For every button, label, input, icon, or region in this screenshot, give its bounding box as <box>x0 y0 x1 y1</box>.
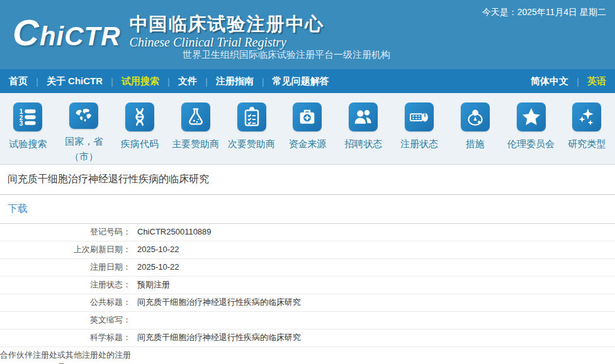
tool-registration-status[interactable]: 注册状态 <box>392 102 448 164</box>
nav-separator <box>262 76 264 87</box>
field-label: 公共标题： <box>0 297 131 309</box>
current-date: 今天是：2025年11月4日 星期二 <box>482 7 606 18</box>
field-label: 注册日期： <box>0 262 131 273</box>
world-map-icon <box>69 102 98 129</box>
field-value: 预期注册 <box>137 279 170 291</box>
tool-ethics-committee[interactable]: 伦理委员会 <box>503 102 559 164</box>
field-value: ChiCTR2500110889 <box>137 226 212 238</box>
field-value: 2025-10-22 <box>137 244 179 256</box>
keyboard-mouse-icon <box>405 102 434 131</box>
flask-icon <box>181 102 210 131</box>
chictr-logo: ChiCTR <box>13 13 121 57</box>
download-link[interactable]: 下载 <box>8 203 28 214</box>
field-label: 合作伙伴注册处或其他注册处的注册号： <box>0 350 131 364</box>
nav-separator <box>36 76 38 87</box>
tool-label: 次要赞助商 <box>227 136 276 152</box>
tool-disease-code[interactable]: 疾病代码 <box>112 102 168 164</box>
medical-bag-icon <box>293 102 322 131</box>
svg-text:3: 3 <box>20 120 23 127</box>
tool-primary-sponsor[interactable]: 主要赞助商 <box>167 102 223 164</box>
nav-item-documents[interactable]: 文件 <box>178 75 197 87</box>
nav-separator <box>111 76 113 87</box>
nav-item-trial-search[interactable]: 试用搜索 <box>121 75 159 87</box>
tool-label: 招聘状态 <box>339 136 388 152</box>
field-row-public-title: 公共标题： 间充质干细胞治疗神经退行性疾病的临床研究 <box>0 294 615 312</box>
nav-separator <box>205 76 208 87</box>
nav-separator <box>167 76 170 87</box>
tool-interventions[interactable]: 措施 <box>447 102 503 164</box>
tool-label: 注册状态 <box>395 136 444 152</box>
download-row: 下载 <box>0 195 615 224</box>
field-row-registration-number: 登记号码： ChiCTR2500110889 <box>0 224 615 241</box>
site-header: 今天是：2025年11月4日 星期二 ChiCTR 中国临床试验注册中心 Chi… <box>0 0 615 69</box>
site-title-en: Chinese Clinical Trial Registry <box>130 35 325 49</box>
tool-label: 资金来源 <box>283 136 332 152</box>
field-label: 注册状态： <box>0 279 131 291</box>
field-row-last-refreshed-date: 上次刷新日期： 2025-10-22 <box>0 241 615 259</box>
sparkles-icon <box>572 102 601 131</box>
site-title-zh: 中国临床试验注册中心 <box>130 13 325 35</box>
field-value: 间充质干细胞治疗神经退行性疾病的临床研究 <box>137 297 301 309</box>
field-value: 间充质干细胞治疗神经退行性疾病的临床研究 <box>137 332 301 344</box>
field-row-scientific-title: 科学标题： 间充质干细胞治疗神经退行性疾病的临床研究 <box>0 329 615 347</box>
star-icon <box>517 102 546 131</box>
search-filter-toolbar: 123 试验搜索 国家，省（市） 疾病代码 主要赞助商 次要赞助商 资金来源 <box>0 93 615 165</box>
tool-trial-search[interactable]: 123 试验搜索 <box>0 102 56 164</box>
trial-fields-table: 登记号码： ChiCTR2500110889 上次刷新日期： 2025-10-2… <box>0 224 615 364</box>
tool-recruitment-status[interactable]: 招聘状态 <box>336 102 392 164</box>
nav-item-about[interactable]: 关于 ChiCTR <box>47 75 103 87</box>
tool-label: 主要赞助商 <box>171 136 220 152</box>
field-value: 2025-10-22 <box>137 262 179 273</box>
dna-icon <box>125 102 154 131</box>
nav-item-faq[interactable]: 常见问题解答 <box>273 75 329 87</box>
field-label: 登记号码： <box>0 226 131 238</box>
people-icon <box>349 102 378 131</box>
field-label: 上次刷新日期： <box>0 244 131 256</box>
lang-english[interactable]: 英语 <box>587 75 606 87</box>
numbered-list-icon: 123 <box>13 102 42 131</box>
tool-label: 疾病代码 <box>115 136 164 152</box>
tool-study-type[interactable]: 研究类型 <box>559 102 615 164</box>
tool-label: 伦理委员会 <box>507 136 556 152</box>
doctor-icon <box>461 102 490 131</box>
field-row-registration-status: 注册状态： 预期注册 <box>0 277 615 294</box>
field-row-registration-date: 注册日期： 2025-10-22 <box>0 259 615 277</box>
field-label: 英文缩写： <box>0 314 131 326</box>
field-label: 科学标题： <box>0 332 131 344</box>
nav-item-registration-guide[interactable]: 注册指南 <box>216 75 254 87</box>
site-subtitle: 世界卫生组织国际临床试验注册平台一级注册机构 <box>183 49 390 61</box>
main-nav: 首页 关于 ChiCTR 试用搜索 文件 注册指南 常见问题解答 简体中文 英语 <box>0 69 615 93</box>
clipboard-check-icon <box>237 102 266 131</box>
tool-label: 措施 <box>451 136 500 152</box>
tool-country-province[interactable]: 国家，省（市） <box>56 102 112 164</box>
nav-separator <box>577 76 579 87</box>
tool-label: 国家，省（市） <box>59 134 108 164</box>
trial-detail-content: 间充质干细胞治疗神经退行性疾病的临床研究 下载 登记号码： ChiCTR2500… <box>0 165 615 364</box>
tool-label: 研究类型 <box>562 136 611 152</box>
nav-item-home[interactable]: 首页 <box>9 75 28 87</box>
page-title: 间充质干细胞治疗神经退行性疾病的临床研究 <box>0 165 615 195</box>
tool-funding-source[interactable]: 资金来源 <box>279 102 336 164</box>
field-row-partner-registry-number: 合作伙伴注册处或其他注册处的注册号： <box>0 347 615 364</box>
tool-secondary-sponsor[interactable]: 次要赞助商 <box>223 102 279 164</box>
lang-simplified-chinese[interactable]: 简体中文 <box>531 75 568 87</box>
field-row-english-acronym: 英文缩写： <box>0 312 615 329</box>
tool-label: 试验搜索 <box>3 136 52 152</box>
